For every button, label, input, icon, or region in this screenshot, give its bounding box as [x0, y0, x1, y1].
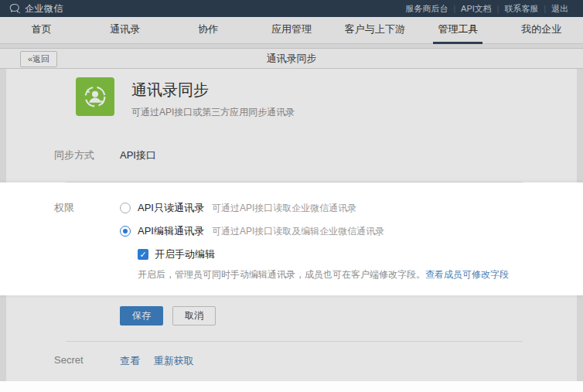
api-docs-link[interactable]: API文档: [455, 3, 497, 15]
footer-strip: [0, 381, 583, 392]
nav-tab-home[interactable]: 首页: [0, 17, 84, 43]
nav-tab-customers[interactable]: 客户与上下游: [333, 17, 417, 43]
permission-section: 权限 API只读通讯录 可通过API接口读取企业微信通讯录 API编辑通讯录 可…: [0, 182, 583, 295]
brand-name: 企业微信: [25, 2, 63, 15]
radio-option-edit[interactable]: API编辑通讯录 可通过API接口读取及编辑企业微信通讯录: [120, 224, 509, 238]
radio-unchecked-icon[interactable]: [120, 203, 131, 213]
save-button[interactable]: 保存: [120, 306, 163, 326]
permission-options: API只读通讯录 可通过API接口读取企业微信通讯录 API编辑通讯录 可通过A…: [120, 201, 509, 281]
brand-logo[interactable]: 企业微信: [9, 2, 63, 15]
secret-label: Secret: [54, 354, 120, 368]
permission-label: 权限: [54, 201, 120, 281]
manual-edit-desc-text: 开启后，管理员可同时手动编辑通讯录，成员也可在客户端修改字段。: [138, 269, 425, 280]
radio-option-readonly[interactable]: API只读通讯录 可通过API接口读取企业微信通讯录: [120, 201, 509, 215]
chat-bubble-logo-icon: [9, 3, 21, 15]
cancel-button[interactable]: 取消: [172, 306, 216, 326]
radio-checked-icon[interactable]: [120, 226, 131, 237]
manual-edit-desc: 开启后，管理员可同时手动编辑通讯录，成员也可在客户端修改字段。查看成员可修改字段: [138, 268, 509, 281]
sync-method-label: 同步方式: [54, 148, 120, 162]
app-header: 通讯录同步 可通过API接口或第三方应用同步通讯录: [6, 69, 577, 131]
provider-console-link[interactable]: 服务商后台: [400, 3, 453, 15]
primary-nav: 首页 通讯录 协作 应用管理 客户与上下游 管理工具 我的企业: [0, 17, 583, 44]
manual-edit-label: 开启手动编辑: [155, 247, 215, 261]
contact-sync-app-icon: [76, 77, 114, 116]
sync-method-row: 同步方式 API接口: [6, 131, 577, 182]
nav-tab-my-company[interactable]: 我的企业: [499, 17, 583, 43]
view-editable-fields-link[interactable]: 查看成员可修改字段: [425, 269, 509, 280]
app-title: 通讯录同步: [131, 80, 295, 101]
radio-readonly-desc: 可通过API接口读取企业微信通讯录: [212, 202, 356, 215]
nav-tab-app-management[interactable]: 应用管理: [250, 17, 333, 43]
nav-tab-contacts[interactable]: 通讯录: [84, 17, 167, 43]
form-actions: 保存 取消: [6, 295, 577, 341]
top-app-bar: 企业微信 服务商后台 | API文档 | 联系客服 | 退出: [0, 0, 583, 17]
secret-actions: 查看 重新获取: [120, 354, 205, 368]
sync-method-value: API接口: [120, 148, 156, 162]
secret-view-link[interactable]: 查看: [120, 355, 140, 366]
secret-regenerate-link[interactable]: 重新获取: [154, 355, 194, 366]
logout-link[interactable]: 退出: [546, 3, 574, 15]
content-card: 通讯录同步 可通过API接口或第三方应用同步通讯录 同步方式 API接口 权限 …: [6, 69, 577, 392]
app-subtitle: 可通过API接口或第三方应用同步通讯录: [131, 106, 295, 119]
page-subheader: «返回 通讯录同步: [0, 48, 583, 69]
radio-readonly-label: API只读通讯录: [138, 201, 204, 215]
app-info: 通讯录同步 可通过API接口或第三方应用同步通讯录: [131, 77, 295, 119]
page-title: 通讯录同步: [0, 52, 583, 66]
radio-edit-desc: 可通过API接口读取及编辑企业微信通讯录: [212, 225, 384, 238]
manual-edit-option[interactable]: ✓ 开启手动编辑: [138, 247, 509, 261]
checkbox-checked-icon[interactable]: ✓: [138, 249, 148, 260]
secret-row: Secret 查看 重新获取: [6, 342, 577, 382]
nav-tab-admin-tools[interactable]: 管理工具: [417, 17, 500, 43]
radio-edit-label: API编辑通讯录: [138, 224, 204, 238]
nav-tab-collaboration[interactable]: 协作: [166, 17, 250, 43]
back-button[interactable]: «返回: [20, 51, 57, 67]
topbar-links: 服务商后台 | API文档 | 联系客服 | 退出: [400, 3, 574, 15]
contact-support-link[interactable]: 联系客服: [499, 3, 544, 15]
